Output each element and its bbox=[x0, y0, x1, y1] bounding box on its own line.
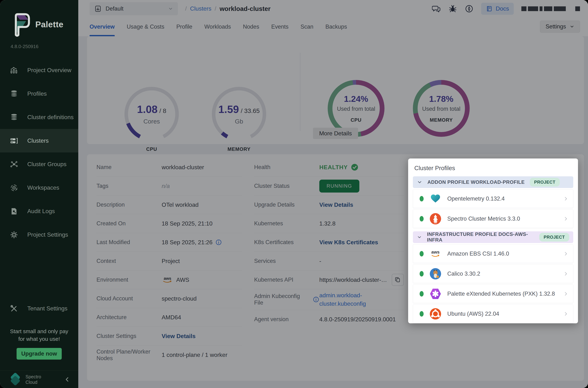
aws-logo-icon: aws bbox=[430, 248, 441, 259]
ubuntu-logo-icon bbox=[430, 308, 441, 319]
status-dot-icon bbox=[420, 251, 424, 256]
status-dot-icon bbox=[420, 291, 424, 296]
tools-icon bbox=[10, 304, 18, 313]
chevron-right-icon bbox=[563, 311, 568, 316]
sidebar-item-project-overview[interactable]: Project Overview bbox=[0, 58, 78, 82]
audit-icon bbox=[10, 207, 18, 216]
palette-logo-icon bbox=[10, 12, 31, 37]
sidebar-item-audit-logs[interactable]: Audit Logs bbox=[0, 199, 78, 223]
sidebar-footer: Spectro Cloud bbox=[0, 370, 78, 388]
upgrade-now-button[interactable]: Upgrade now bbox=[17, 348, 62, 360]
pxk-logo-icon bbox=[430, 288, 441, 299]
network-icon bbox=[10, 160, 18, 169]
app-window: Palette 4.8.0-250916 Project Overview Pr… bbox=[0, 0, 588, 388]
popup-sections: ADDON PROFILE WORKLOAD-PROFILE PROJECT O… bbox=[413, 176, 573, 323]
profile-item-amazon-ebs-csi-1-46-0[interactable]: aws Amazon EBS CSI 1.46.0 bbox=[413, 244, 573, 263]
profile-item-calico-3-30-2[interactable]: Calico 3.30.2 bbox=[413, 265, 573, 283]
layers-icon bbox=[10, 113, 18, 121]
spectro-cloud-logo-icon bbox=[10, 374, 22, 385]
servers-icon bbox=[10, 137, 18, 145]
calico-logo-icon bbox=[430, 268, 441, 279]
chevron-down-icon bbox=[417, 234, 422, 240]
app-title: Palette bbox=[35, 20, 63, 29]
popup-title: Cluster Profiles bbox=[414, 165, 573, 171]
chevron-right-icon bbox=[563, 271, 568, 276]
svg-text:aws: aws bbox=[431, 250, 439, 254]
sidebar: Palette 4.8.0-250916 Project Overview Pr… bbox=[0, 0, 78, 388]
sidebar-tenant: Tenant Settings bbox=[0, 297, 78, 320]
profile-item-palette-extended-kubernetes-pxk-1-32-8[interactable]: Palette eXtended Kubernetes (PXK) 1.32.8 bbox=[413, 285, 573, 303]
status-dot-icon bbox=[420, 216, 424, 221]
chevron-right-icon bbox=[563, 291, 568, 296]
brand: Palette bbox=[0, 0, 78, 37]
status-dot-icon bbox=[420, 271, 424, 276]
gear-icon bbox=[10, 231, 18, 239]
cluster-profiles-popup: Cluster Profiles ADDON PROFILE WORKLOAD-… bbox=[408, 158, 578, 323]
sidebar-nav: Project Overview Profiles Cluster defini… bbox=[0, 58, 78, 246]
promo-text: Start small and only pay for what you us… bbox=[0, 328, 78, 343]
opentelemetry-logo-icon bbox=[430, 193, 441, 204]
profile-item-opentelemetry-0-132-4[interactable]: Opentelemetry 0.132.4 bbox=[413, 190, 573, 208]
sidebar-item-cluster-definitions[interactable]: Cluster definitions bbox=[0, 105, 78, 129]
sidebar-item-clusters[interactable]: Clusters bbox=[0, 129, 78, 152]
profile-item-ubuntu-aws-22-04[interactable]: Ubuntu (AWS) 22.04 bbox=[413, 305, 573, 323]
sidebar-item-workspaces[interactable]: Workspaces bbox=[0, 176, 78, 199]
profile-item-spectro-cluster-metrics-3-3-0[interactable]: Spectro Cluster Metrics 3.3.0 bbox=[413, 210, 573, 228]
project-scope-badge: PROJECT bbox=[530, 178, 560, 187]
sidebar-item-cluster-groups[interactable]: Cluster Groups bbox=[0, 152, 78, 176]
chevron-down-icon bbox=[417, 179, 422, 185]
layers-icon bbox=[10, 90, 18, 98]
chart-icon bbox=[10, 66, 18, 74]
prometheus-logo-icon bbox=[430, 213, 441, 224]
orbit-icon bbox=[10, 184, 18, 192]
status-dot-icon bbox=[420, 196, 424, 201]
profile-section-addon-profile-workload-profile[interactable]: ADDON PROFILE WORKLOAD-PROFILE PROJECT bbox=[413, 176, 573, 188]
project-scope-badge: PROJECT bbox=[539, 233, 569, 242]
spectro-cloud-label: Spectro Cloud bbox=[25, 374, 60, 385]
status-dot-icon bbox=[420, 311, 424, 316]
collapse-sidebar-icon[interactable] bbox=[64, 376, 70, 383]
sidebar-item-tenant-settings[interactable]: Tenant Settings bbox=[0, 297, 78, 320]
profile-section-infrastructure-profile-docs-aws-infra[interactable]: INFRASTRUCTURE PROFILE DOCS-AWS-INFRA PR… bbox=[413, 231, 573, 243]
chevron-right-icon bbox=[563, 251, 568, 256]
app-version: 4.8.0-250916 bbox=[0, 37, 78, 49]
sidebar-item-project-settings[interactable]: Project Settings bbox=[0, 223, 78, 246]
chevron-right-icon bbox=[563, 196, 568, 201]
sidebar-item-profiles[interactable]: Profiles bbox=[0, 82, 78, 105]
chevron-right-icon bbox=[563, 216, 568, 221]
